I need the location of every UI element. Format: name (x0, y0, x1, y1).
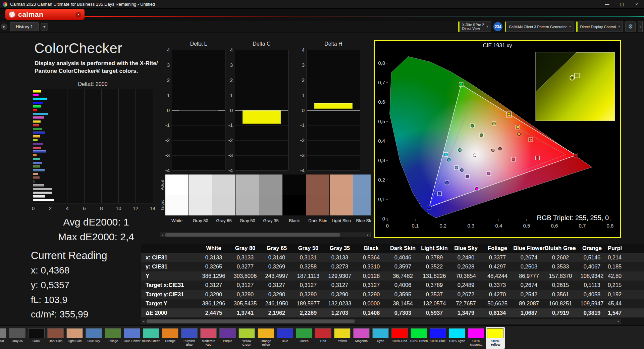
scroll-left-icon[interactable]: ◂ (141, 319, 146, 323)
pattern-button-100-magenta[interactable]: 100% Magenta (467, 327, 486, 349)
pattern-button-100-green[interactable]: 100% Green (409, 327, 428, 349)
settings-button[interactable]: ⚙ (625, 21, 636, 32)
strip-patch-gray-35[interactable]: Gray 35 (259, 174, 283, 230)
table-cell: 187,1113 (292, 273, 324, 279)
pattern-button-light-skin[interactable]: Light Skin (65, 327, 84, 349)
table-cell: 0,3127 (292, 282, 324, 288)
pattern-button-dark-skin[interactable]: Dark Skin (46, 327, 65, 349)
pattern-button-bluish-green[interactable]: Bluish Green (142, 327, 161, 349)
pattern-button-gray-50[interactable]: Gray 50 (0, 327, 8, 349)
de2000-bar-red (33, 124, 39, 127)
pattern-button-green[interactable]: Green (294, 327, 314, 349)
cie-measured-marker (460, 168, 463, 171)
axis-tick-label: 0,4 (495, 223, 502, 229)
pattern-button-purplish-blue[interactable]: Purplish Blue (180, 327, 199, 349)
de2000-bar-yellow-green (33, 139, 38, 141)
pattern-button-moderate-red[interactable]: Moderate Red (199, 327, 218, 349)
calman-menu-button[interactable]: calman ▾ (5, 9, 85, 20)
de2000-bar-gray-50 (33, 188, 52, 190)
pattern-button-gray-35[interactable]: Gray 35 (8, 327, 27, 349)
cie-measured-marker (529, 138, 532, 141)
pattern-swatch (86, 328, 102, 338)
table-row--e-2000: ΔE 20002,44751,37412,19622,22691,27030,1… (141, 308, 644, 318)
meter-count-badge[interactable]: 234 (493, 22, 502, 31)
history-panel-toggle[interactable]: ▶ (1, 23, 7, 30)
scroll-right-icon[interactable]: ▸ (616, 319, 621, 323)
column-header-blue-flower: Blue Flower (513, 245, 545, 251)
axis-tick-label: -3 (225, 152, 233, 158)
pattern-label: Magenta (352, 339, 371, 347)
strip-patch-black[interactable]: Black (283, 174, 306, 230)
strip-target-swatch (283, 195, 306, 215)
pattern-button-red[interactable]: Red (314, 327, 333, 349)
pattern-button-100-cyan[interactable]: 100% Cyan (447, 327, 467, 349)
cie-measured-marker (574, 154, 577, 157)
panel-expand-button[interactable]: › (638, 21, 643, 32)
tab-history-1[interactable]: History 1 (10, 22, 39, 31)
strip-actual-swatch (353, 174, 371, 195)
strip-patch-light-skin[interactable]: Light Skin (330, 174, 353, 230)
axis-tick-label: 0 (386, 223, 389, 229)
close-button[interactable]: × (629, 0, 644, 9)
axis-tick-label: 0,2 (378, 177, 385, 183)
minimize-button[interactable]: — (600, 0, 614, 9)
pattern-button-foliage[interactable]: Foliage (103, 327, 122, 349)
pattern-button-blue-flower[interactable]: Blue Flower (122, 327, 142, 349)
table-cell: 0,3373 (482, 282, 513, 288)
strip-patch-gray-65[interactable]: Gray 65 (212, 174, 236, 230)
pattern-label: Orange Yellow (257, 339, 275, 347)
pattern-button-100-yellow[interactable]: 100% Yellow (486, 327, 505, 349)
table-cell: 0,2489 (450, 282, 482, 288)
add-tab-button[interactable]: + (41, 23, 48, 31)
strip-patch-gray-80[interactable]: Gray 80 (189, 174, 212, 230)
scroll-left-icon[interactable]: ◂ (160, 233, 165, 237)
pattern-button-100-blue[interactable]: 100% Blue (428, 327, 447, 349)
pattern-button-orange[interactable]: Orange (161, 327, 180, 349)
pattern-button-cyan[interactable]: Cyan (371, 327, 390, 349)
pattern-button-100-red[interactable]: 100% Red (390, 327, 409, 349)
strip-patch-blue-sky[interactable]: Blue Sky (353, 174, 371, 230)
display-control-dropdown[interactable]: Direct Display Control ▾ (576, 21, 623, 32)
table-cell: 243,4997 (261, 273, 292, 279)
axis-tick-label: -4 (225, 167, 233, 173)
row-label: Target Y (141, 300, 198, 307)
strip-patch-white[interactable]: White (165, 174, 189, 230)
column-header-purpl: Purpl (608, 245, 628, 251)
scrollbar-thumb[interactable] (147, 319, 355, 323)
de2000-bar-yellow (33, 120, 41, 123)
axis-tick-label: -4 (297, 167, 305, 173)
maximize-button[interactable]: ▢ (614, 0, 629, 9)
pattern-button-blue-sky[interactable]: Blue Sky (84, 327, 103, 349)
pattern-button-orange-yellow[interactable]: Orange Yellow (256, 327, 275, 349)
pattern-button-yellow[interactable]: Yellow (333, 327, 352, 349)
table-cell: 1,3479 (450, 310, 482, 316)
table-cell: 0,3133 (229, 254, 261, 261)
de2000-bar-gray-35 (33, 184, 44, 187)
strip-target-swatch (306, 195, 329, 215)
scroll-right-icon[interactable]: ▸ (366, 233, 370, 237)
pattern-button-yellow-green[interactable]: Yellow Green (237, 327, 256, 349)
table-cell: 0,7919 (545, 310, 576, 316)
strip-patch-dark-skin[interactable]: Dark Skin (306, 174, 330, 230)
pattern-button-magenta[interactable]: Magenta (352, 327, 371, 349)
strip-scrollbar[interactable]: ◂ ▸ (160, 233, 371, 237)
pattern-button-purple[interactable]: Purple (218, 327, 237, 349)
table-cell: 0,2480 (450, 254, 482, 261)
axis-tick-label: 3 (225, 62, 233, 68)
table-scrollbar[interactable]: ◂ ▸ (141, 319, 621, 323)
pattern-generator-dropdown[interactable]: CalMAN Client 3 Pattern Generator ▾ (505, 21, 574, 32)
cie-measured-marker (473, 154, 476, 157)
pattern-button-black[interactable]: Black (27, 327, 46, 349)
axis-tick-label: 3 (162, 62, 170, 68)
axis-tick-label: 1 (162, 92, 170, 98)
table-cell: 1,547 (608, 310, 628, 316)
table-cell: 0,3277 (229, 263, 261, 270)
table-cell: 0,3258 (292, 263, 324, 270)
pattern-label: Orange (161, 339, 179, 347)
scrollbar-thumb[interactable] (165, 233, 340, 237)
axis-tick-label: 2 (225, 77, 233, 83)
pattern-button-blue[interactable]: Blue (275, 327, 294, 349)
strip-patch-gray-50[interactable]: Gray 50 (236, 174, 259, 230)
table-cell: 0,3597 (387, 263, 419, 270)
meter-dropdown[interactable]: X-Rite i1Pro 2 Direct View ▾ (458, 21, 491, 32)
